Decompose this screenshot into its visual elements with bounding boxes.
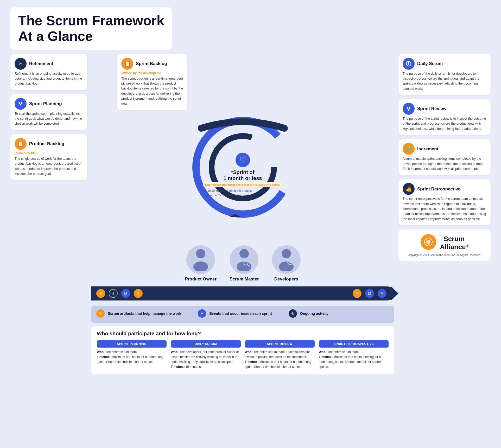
sprint-heart-icon: ♡ <box>235 153 250 167</box>
role-scrum-master: Scrum Master <box>230 245 259 282</box>
svg-point-14 <box>282 249 291 258</box>
sprint-visual: ♡ *Sprint of 1 month or less (An inspect… <box>136 113 350 238</box>
product-backlog-card: 📋 Product Backlog (owned by PO) The sing… <box>10 134 87 180</box>
sprint-backlog-title: Sprint Backlog <box>136 61 167 66</box>
increment-title: Increment <box>417 146 438 152</box>
sprint-planning-title: Sprint Planning <box>29 101 62 106</box>
svg-point-8 <box>196 249 205 258</box>
svg-point-2 <box>20 104 21 105</box>
center-panel: 📋 Sprint Backlog (owned by the developer… <box>91 54 394 374</box>
who-title: Who should participate and for how long? <box>97 331 389 337</box>
scrum-alliance-name: Scrum Alliance® <box>440 235 468 251</box>
page-wrapper: The Scrum Framework At a Glance ✂ Refine… <box>0 0 501 448</box>
developers-label: Developers <box>274 277 298 282</box>
sprint-retro-card: 👍 Sprint Retrospective The sprint retros… <box>398 179 491 225</box>
sprint-planning-icon <box>15 98 27 110</box>
daily-scrum-icon <box>403 58 415 70</box>
who-col-sprint-retro: SPRINT RETROSPECTIVE Who: The entire scr… <box>319 340 389 370</box>
refinement-title: Refinement <box>29 61 53 66</box>
sprint-backlog-icon: 📋 <box>121 58 133 70</box>
header-row: The Scrum Framework At a Glance <box>10 7 491 50</box>
legend-events-icon: M <box>198 309 206 318</box>
sprint-review-card: Sprint Review The purpose of the sprint … <box>398 99 491 135</box>
content-row: ✂ Refinement Refinement is an ongoing ac… <box>10 54 491 374</box>
refinement-icon: ✂ <box>15 58 27 70</box>
svg-point-9 <box>193 261 208 271</box>
svg-point-15 <box>279 261 294 271</box>
legend-artifact-label: Scrum artifacts that help manage the wor… <box>108 311 181 316</box>
sprint-review-body: The purpose of the sprint review is to i… <box>403 116 486 131</box>
legend-ongoing-label: Ongoing activity <box>300 311 329 316</box>
svg-point-27 <box>408 109 409 111</box>
scrum-alliance-box: Scrum Alliance® Copyright © 2024 Scrum A… <box>398 229 491 261</box>
sprint-center-title1: *Sprint of <box>203 169 282 175</box>
svg-point-0 <box>19 102 20 104</box>
who-heading-daily-scrum: DAILY SCRUM <box>171 340 240 348</box>
sprint-center-subtitle: (An inspect and adapt cycle that turns i… <box>203 182 282 187</box>
sprint-backlog-card: 📋 Sprint Backlog (owned by the developer… <box>117 54 187 110</box>
svg-point-25 <box>407 107 408 109</box>
right-panel: Daily Scrum The purpose of the daily scr… <box>394 54 491 261</box>
sprint-center-desc: Each sprint should bring the product clo… <box>203 189 252 198</box>
sprint-retro-icon: 👍 <box>403 183 415 195</box>
product-backlog-body: The single source of work for the team, … <box>15 156 83 177</box>
roles-area: Product Owner Scrum Master <box>185 238 300 284</box>
role-product-owner: Product Owner <box>185 245 217 282</box>
sprint-center-title2: 1 month or less <box>203 175 282 181</box>
title-box: The Scrum Framework At a Glance <box>10 7 172 50</box>
who-heading-sprint-review: SPRINT REVIEW <box>245 340 315 348</box>
legend-artifact-icon: ✕ <box>96 309 105 318</box>
role-developers: Developers <box>272 245 301 282</box>
who-col-sprint-review: SPRINT REVIEW Who: The entire scrum team… <box>245 340 315 370</box>
increment-icon: 🧪 <box>403 143 415 155</box>
timeline-bar: ✕ ⊗ M ✕ ✕ M M <box>91 286 394 300</box>
sprint-backlog-body: The sprint backlog is a real-time, emerg… <box>121 76 183 106</box>
scrum-master-label: Scrum Master <box>230 277 259 282</box>
daily-scrum-body: The purpose of the daily scrum is for de… <box>403 71 486 92</box>
who-col-daily-scrum: DAILY SCRUM Who: The developers, but if … <box>171 340 240 370</box>
daily-scrum-title: Daily Scrum <box>417 61 443 66</box>
who-heading-sprint-planning: SPRINT PLANNING <box>97 340 167 348</box>
sprint-backlog-owned: (owned by the developers) <box>121 71 183 75</box>
who-body-daily-scrum: Who: The developers, but if the product … <box>171 350 240 370</box>
svg-point-26 <box>409 107 410 109</box>
sprint-planning-body: To start the sprint, sprint planning est… <box>15 111 83 126</box>
timeline-sym-x1: ✕ <box>96 289 105 298</box>
legend-ongoing-icon: ⊗ <box>289 309 297 318</box>
timeline-sym-m2: M <box>365 289 374 298</box>
who-section: Who should participate and for how long?… <box>91 326 394 374</box>
svg-point-17 <box>289 261 291 263</box>
increment-body: A sum of usable sprint backlog items com… <box>403 156 486 171</box>
who-heading-sprint-retro: SPRINT RETROSPECTIVE <box>319 340 389 348</box>
daily-scrum-card: Daily Scrum The purpose of the daily scr… <box>398 54 491 95</box>
left-panel: ✂ Refinement Refinement is an ongoing ac… <box>10 54 91 180</box>
who-body-sprint-retro: Who: The entire scrum team. Timebox: Max… <box>319 350 389 370</box>
product-owner-avatar <box>186 245 215 274</box>
timeline-sym-x2: ✕ <box>134 289 143 298</box>
increment-card: 🧪 Increment A sum of usable sprint backl… <box>398 139 491 175</box>
scrum-master-avatar <box>230 245 258 274</box>
sprint-retro-title: Sprint Retrospective <box>417 186 460 192</box>
refinement-body: Refinement is an ongoing activity used t… <box>15 71 83 86</box>
who-grid: SPRINT PLANNING Who: The entire scrum te… <box>97 340 389 370</box>
scrum-alliance-logo <box>421 234 436 250</box>
legend-box: ✕ Scrum artifacts that help manage the w… <box>91 306 394 323</box>
timeline-sym-hourglass: ⊗ <box>109 289 118 298</box>
sprint-planning-card: Sprint Planning To start the sprint, spr… <box>10 94 87 130</box>
developers-avatar <box>272 245 301 274</box>
timeline-sym-m1: M <box>121 289 130 298</box>
sprint-review-icon <box>403 103 415 115</box>
timeline-sym-m3: M <box>378 289 386 298</box>
page-title: The Scrum Framework At a Glance <box>18 13 164 44</box>
product-backlog-title: Product Backlog <box>29 141 64 146</box>
who-body-sprint-planning: Who: The entire scrum team. Timebox: Max… <box>97 350 167 365</box>
who-body-sprint-review: Who: The entire scrum team. Stakeholders… <box>245 350 315 370</box>
legend-events-label: Events that occur inside each sprint <box>209 311 272 316</box>
refinement-card: ✂ Refinement Refinement is an ongoing ac… <box>10 54 87 90</box>
sprint-retro-body: The sprint retrospective is for the scru… <box>403 196 486 222</box>
sprint-review-title: Sprint Review <box>417 106 446 111</box>
product-backlog-icon: 📋 <box>15 138 27 150</box>
scrum-alliance-copyright: Copyright © 2024 Scrum Alliance®, Inc. A… <box>408 253 481 257</box>
svg-point-10 <box>239 249 249 258</box>
timeline-arrow-tip <box>391 286 398 300</box>
